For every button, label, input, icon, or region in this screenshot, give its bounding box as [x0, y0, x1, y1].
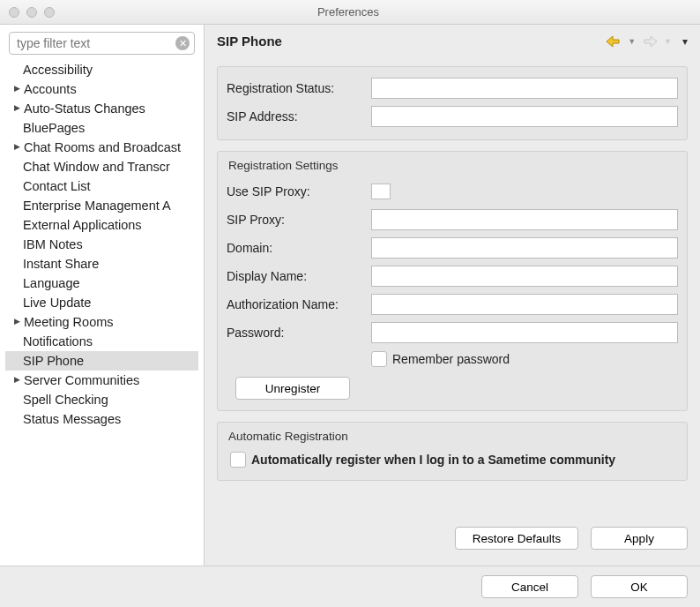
sip-proxy-label: SIP Proxy:: [227, 213, 366, 227]
sip-proxy-field[interactable]: [371, 209, 678, 230]
use-sip-proxy-checkbox[interactable]: [371, 184, 391, 199]
tree-item-sip-phone[interactable]: SIP Phone: [5, 351, 198, 371]
tree-item-bluepages[interactable]: BluePages: [5, 118, 198, 138]
preferences-tree: Accessibility Accounts Auto-Status Chang…: [5, 58, 198, 558]
tree-item-label: Accounts: [24, 82, 77, 96]
chevron-down-icon[interactable]: ▼: [628, 37, 636, 46]
tree-item-meeting-rooms[interactable]: Meeting Rooms: [5, 312, 198, 332]
display-name-label: Display Name:: [227, 269, 366, 283]
auth-name-field[interactable]: [371, 294, 678, 315]
password-label: Password:: [227, 326, 366, 340]
tree-item-label: Language: [23, 276, 80, 290]
tree-item-label: Accessibility: [23, 63, 93, 77]
tree-item-label: Meeting Rooms: [24, 315, 114, 329]
tree-item-contact-list[interactable]: Contact List: [5, 176, 198, 196]
tree-item-chat-rooms[interactable]: Chat Rooms and Broadcast: [5, 138, 198, 157]
ok-button[interactable]: OK: [591, 575, 688, 598]
tree-item-label: Server Communities: [24, 373, 139, 387]
tree-item-auto-status[interactable]: Auto-Status Changes: [5, 99, 198, 118]
tree-item-live-update[interactable]: Live Update: [5, 293, 198, 312]
minimize-window-icon[interactable]: [26, 7, 37, 18]
auth-name-label: Authorization Name:: [227, 297, 366, 311]
remember-password-checkbox[interactable]: [371, 351, 387, 367]
tree-item-spell-checking[interactable]: Spell Checking: [5, 390, 198, 409]
tree-item-label: Instant Share: [23, 257, 99, 271]
close-window-icon[interactable]: [9, 7, 19, 18]
chevron-down-icon[interactable]: ▼: [664, 37, 672, 46]
tree-item-label: Status Messages: [23, 412, 121, 426]
use-sip-proxy-label: Use SIP Proxy:: [227, 184, 366, 199]
filter-input[interactable]: [9, 32, 195, 55]
tree-item-label: Contact List: [23, 179, 91, 193]
tree-item-label: Chat Window and Transcr: [23, 160, 170, 174]
status-group: Registration Status: SIP Address:: [217, 66, 688, 140]
zoom-window-icon[interactable]: [44, 7, 55, 18]
apply-button[interactable]: Apply: [591, 527, 688, 550]
menu-icon[interactable]: ▾: [682, 35, 688, 48]
tree-item-label: Spell Checking: [23, 393, 108, 407]
reg-status-field[interactable]: [371, 78, 678, 99]
window-controls: [9, 7, 55, 18]
registration-settings-title: Registration Settings: [228, 159, 678, 172]
tree-item-language[interactable]: Language: [5, 274, 198, 293]
restore-defaults-button[interactable]: Restore Defaults: [455, 527, 578, 550]
password-field[interactable]: [371, 322, 678, 343]
tree-item-label: External Applications: [23, 218, 142, 232]
cancel-button[interactable]: Cancel: [481, 575, 578, 598]
domain-field[interactable]: [371, 237, 678, 259]
preferences-sidebar: ✕ Accessibility Accounts Auto-Status Cha…: [0, 25, 205, 566]
sip-address-label: SIP Address:: [227, 109, 366, 124]
tree-item-accounts[interactable]: Accounts: [5, 79, 198, 99]
auto-register-label: Automatically register when I log in to …: [251, 453, 615, 467]
panel-title: SIP Phone: [217, 34, 605, 49]
tree-item-label: IBM Notes: [23, 237, 83, 251]
tree-item-label: Chat Rooms and Broadcast: [24, 140, 181, 154]
tree-item-label: SIP Phone: [23, 354, 84, 368]
registration-settings-group: Registration Settings Use SIP Proxy: SIP…: [217, 151, 688, 411]
tree-item-label: Notifications: [23, 334, 93, 348]
tree-item-chat-window[interactable]: Chat Window and Transcr: [5, 157, 198, 176]
tree-item-label: Live Update: [23, 296, 91, 310]
titlebar: Preferences: [0, 0, 700, 25]
tree-item-label: Auto-Status Changes: [24, 101, 145, 116]
tree-item-instant-share[interactable]: Instant Share: [5, 254, 198, 274]
tree-item-label: BluePages: [23, 121, 85, 135]
automatic-registration-title: Automatic Registration: [228, 430, 678, 443]
tree-item-enterprise-mgmt[interactable]: Enterprise Management A: [5, 196, 198, 215]
tree-item-accessibility[interactable]: Accessibility: [5, 60, 198, 79]
dialog-footer: Cancel OK: [0, 566, 700, 607]
tree-item-server-communities[interactable]: Server Communities: [5, 371, 198, 390]
forward-icon[interactable]: [641, 35, 659, 48]
domain-label: Domain:: [227, 241, 366, 255]
back-icon[interactable]: [605, 35, 622, 48]
remember-password-label: Remember password: [392, 352, 510, 366]
unregister-button[interactable]: Unregister: [235, 377, 350, 400]
window-title: Preferences: [55, 5, 642, 19]
tree-item-external-apps[interactable]: External Applications: [5, 215, 198, 235]
clear-filter-icon[interactable]: ✕: [175, 36, 190, 50]
preferences-panel: SIP Phone ▼ ▼ ▾ Registration Status:: [205, 25, 700, 566]
tree-item-notifications[interactable]: Notifications: [5, 332, 198, 351]
display-name-field[interactable]: [371, 266, 678, 287]
reg-status-label: Registration Status:: [227, 81, 366, 95]
auto-register-checkbox[interactable]: [230, 452, 246, 468]
tree-item-label: Enterprise Management A: [23, 199, 171, 213]
tree-item-status-messages[interactable]: Status Messages: [5, 409, 198, 429]
automatic-registration-group: Automatic Registration Automatically reg…: [217, 422, 688, 481]
tree-item-ibm-notes[interactable]: IBM Notes: [5, 235, 198, 254]
sip-address-field[interactable]: [371, 106, 678, 127]
